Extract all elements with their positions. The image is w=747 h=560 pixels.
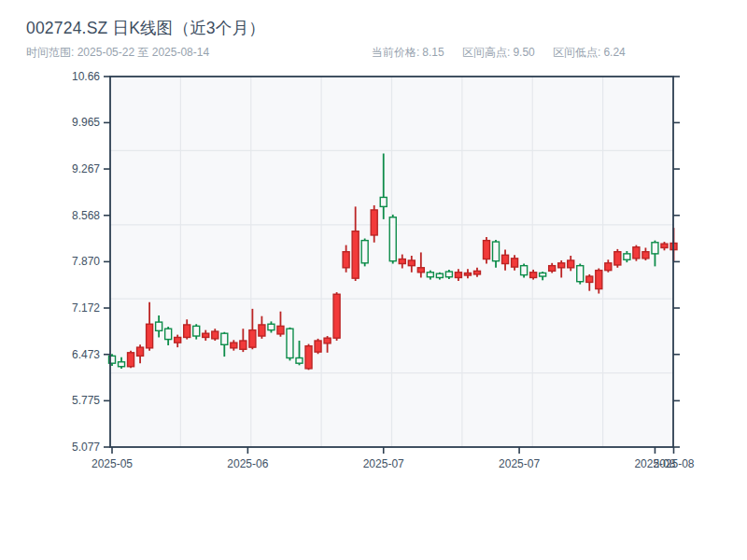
candle-body <box>184 325 190 338</box>
candle-body <box>502 255 509 263</box>
candle-body <box>380 197 387 206</box>
y-tick-label: 7.870 <box>72 255 100 268</box>
candle-body <box>652 243 658 254</box>
candle-body <box>389 217 396 261</box>
candle-body <box>473 271 480 274</box>
candle-body <box>147 324 153 348</box>
candle-body <box>624 254 630 259</box>
candle-body <box>577 266 584 282</box>
candle-body <box>427 273 433 277</box>
candle-body <box>371 210 377 235</box>
x-tick-label: 2025-07 <box>363 457 404 470</box>
candle-body <box>128 353 134 367</box>
y-tick-label: 5.775 <box>72 394 100 407</box>
candle-body <box>661 244 668 247</box>
candle-body <box>642 252 649 259</box>
candle-body <box>436 273 443 277</box>
candle-body <box>259 325 265 336</box>
candle-body <box>119 362 125 367</box>
candle-body <box>175 337 181 343</box>
candle-body <box>568 260 574 268</box>
price-stats: 当前价格:8.15 区间高点:9.50 区间低点:6.24 <box>372 45 641 61</box>
stat-range-low: 区间低点:6.24 <box>553 46 626 59</box>
candle-body <box>268 324 275 329</box>
candle-body <box>605 263 612 271</box>
stat-current-price: 当前价格:8.15 <box>372 46 444 59</box>
candle-body <box>203 333 209 337</box>
candle-body <box>549 266 556 272</box>
candle-body <box>530 273 537 278</box>
candle-body <box>324 338 331 343</box>
y-tick-label: 9.267 <box>72 162 100 175</box>
candle-body <box>333 294 340 338</box>
candle-body <box>445 272 452 277</box>
candle-body <box>296 358 303 364</box>
candle-body <box>596 271 602 289</box>
candle-body <box>240 341 247 349</box>
candle-body <box>633 247 640 259</box>
candle-body <box>484 241 490 259</box>
candle-body <box>212 331 218 339</box>
y-tick-label: 5.077 <box>72 441 100 454</box>
candle-body <box>455 273 461 278</box>
candle-body <box>343 252 349 268</box>
candle-body <box>521 266 528 275</box>
candle-body <box>137 347 144 356</box>
candle-body <box>464 273 471 275</box>
candle-body <box>352 231 359 278</box>
candle-body <box>305 346 312 369</box>
page-title: 002724.SZ 日K线图（近3个月） <box>26 17 721 39</box>
y-tick-label: 7.172 <box>72 301 100 315</box>
candle-body <box>399 259 405 264</box>
x-tick-label: 2025-08 <box>653 457 694 470</box>
kline-chart: 10.669.9659.2678.5687.8707.1726.4735.775… <box>0 0 747 560</box>
chart-header: 002724.SZ 日K线图（近3个月） <box>26 17 721 39</box>
candle-body <box>277 326 284 334</box>
candle-body <box>249 330 256 347</box>
candle-body <box>156 322 162 330</box>
candle-body <box>193 326 200 336</box>
y-tick-label: 10.66 <box>72 70 100 83</box>
time-range-value: 2025-05-22 至 2025-08-14 <box>78 46 209 59</box>
candle-body <box>221 333 228 344</box>
candle-body <box>540 273 546 276</box>
candle-body <box>614 252 621 265</box>
candle-body <box>417 268 424 273</box>
time-range-text: 时间范围: 2025-05-22 至 2025-08-14 <box>26 45 209 61</box>
candle-body <box>408 260 415 266</box>
stat-range-high: 区间高点:9.50 <box>462 46 535 59</box>
candle-body <box>558 263 565 268</box>
candle-body <box>315 341 321 352</box>
candle-body <box>231 343 237 348</box>
y-tick-label: 9.965 <box>72 116 100 129</box>
candle-body <box>165 329 172 339</box>
x-tick-label: 2025-06 <box>227 457 268 470</box>
candle-body <box>512 259 518 267</box>
candle-body <box>287 329 293 357</box>
x-tick-label: 2025-05 <box>92 457 133 470</box>
candle-body <box>586 276 593 282</box>
y-tick-label: 8.568 <box>72 209 100 222</box>
time-range-label: 时间范围: <box>26 46 74 59</box>
y-tick-label: 6.473 <box>72 348 100 361</box>
candle-body <box>493 242 500 261</box>
x-tick-label: 2025-07 <box>499 457 540 470</box>
candle-body <box>361 241 368 263</box>
